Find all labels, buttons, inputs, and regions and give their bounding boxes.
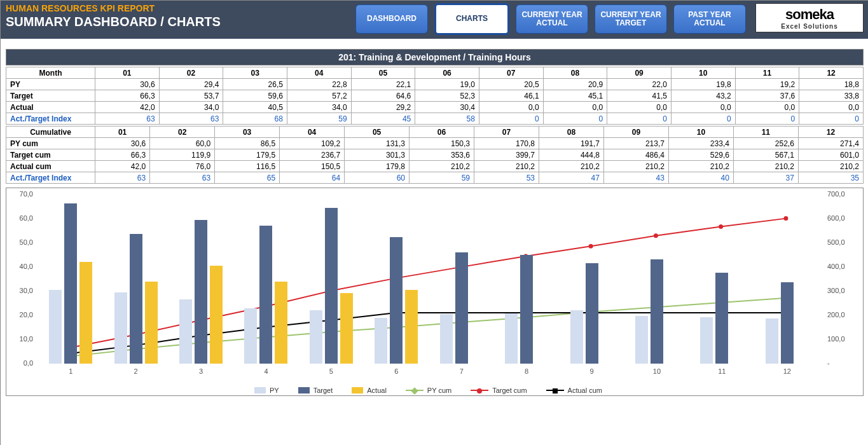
bar-ac — [405, 290, 418, 364]
report-title: HUMAN RESOURCES KPI REPORT — [6, 3, 349, 13]
bar-tg — [130, 234, 142, 364]
x-tick: 10 — [647, 367, 666, 375]
legend-target: Target — [298, 387, 333, 394]
nav-current-year-target[interactable]: CURRENT YEAR TARGET — [595, 4, 667, 34]
y-tick-left: 50,0 — [6, 238, 33, 246]
table-row: Actual cum42,076,0116,5150,5179,8210,221… — [6, 161, 864, 172]
bar-ac — [275, 282, 287, 364]
y-tick-right: 200,0 — [823, 311, 863, 318]
y-tick-right: 700,0 — [823, 190, 863, 198]
svg-point-22 — [719, 224, 723, 229]
bar-py — [635, 316, 648, 364]
nav-charts[interactable]: CHARTS — [434, 3, 509, 35]
logo-subtext: Excel Solutions — [781, 23, 837, 30]
nav-dashboard[interactable]: DASHBOARD — [355, 4, 428, 34]
chart-legend: PY Target Actual PY cum Target cum Actua… — [38, 387, 818, 394]
y-tick-right: 300,0 — [823, 287, 863, 294]
chart-container: 0,010,020,030,040,050,060,070,0 -100,020… — [6, 188, 864, 396]
y-tick-right: 600,0 — [823, 214, 863, 222]
y-tick-left: 60,0 — [6, 214, 33, 222]
bar-py — [49, 290, 62, 364]
y-tick-left: 20,0 — [6, 311, 33, 318]
bar-ac — [145, 282, 158, 364]
bar-tg — [520, 255, 533, 364]
title-block: HUMAN RESOURCES KPI REPORT SUMMARY DASHB… — [6, 3, 349, 29]
x-tick: 8 — [517, 367, 536, 375]
svg-point-20 — [589, 244, 593, 249]
table-row: Act./Target Index636368594558000000 — [6, 113, 864, 125]
table-row: Month010203040506070809101112 — [6, 67, 864, 79]
x-tick: 3 — [191, 367, 210, 375]
y-tick-left: 40,0 — [6, 263, 33, 270]
x-tick: 5 — [322, 367, 341, 375]
x-tick: 12 — [778, 367, 797, 375]
logo: someka Excel Solutions — [755, 3, 864, 32]
y-tick-right: 100,0 — [823, 335, 863, 343]
legend-actual-cum: Actual cum — [546, 387, 602, 394]
bar-py — [244, 308, 257, 364]
x-tick: 7 — [452, 367, 471, 375]
header-bar: HUMAN RESOURCES KPI REPORT SUMMARY DASHB… — [1, 1, 868, 39]
nav-buttons: DASHBOARD CHARTS CURRENT YEAR ACTUAL CUR… — [355, 3, 746, 35]
x-tick: 4 — [256, 367, 275, 375]
x-tick: 2 — [127, 367, 146, 375]
page-title: SUMMARY DASHBOARD / CHARTS — [6, 15, 349, 29]
table-row: Actual42,034,040,534,029,230,40,00,00,00… — [6, 102, 864, 113]
y-tick-right: 500,0 — [823, 238, 863, 246]
svg-point-23 — [783, 216, 788, 221]
nav-current-year-actual[interactable]: CURRENT YEAR ACTUAL — [516, 4, 588, 34]
line-PY cum — [71, 298, 786, 357]
bar-py — [310, 310, 322, 364]
table-row: PY30,629,426,522,822,119,020,520,922,019… — [6, 79, 864, 90]
bar-tg — [390, 237, 403, 364]
cumulative-table: Cumulative010203040506070809101112PY cum… — [6, 126, 864, 184]
legend-actual: Actual — [352, 387, 387, 394]
bar-py — [766, 318, 778, 364]
bar-tg — [455, 252, 468, 364]
svg-point-21 — [654, 233, 658, 238]
bar-py — [570, 310, 583, 364]
y-tick-left: 0,0 — [6, 359, 33, 367]
bar-ac — [79, 262, 92, 364]
table-row: Target cum66,3119,9179,5236,7301,3353,63… — [6, 149, 864, 161]
line-Actual cum — [71, 313, 786, 353]
y-tick-left: 10,0 — [6, 335, 33, 343]
legend-py-cum: PY cum — [406, 387, 451, 394]
x-tick: 1 — [61, 367, 80, 375]
bar-tg — [195, 220, 207, 364]
bar-py — [505, 313, 518, 364]
chart-plot-area — [38, 195, 818, 364]
y-tick-right: - — [823, 359, 863, 367]
bar-py — [700, 317, 713, 364]
bar-py — [375, 318, 387, 364]
bar-py — [114, 292, 127, 364]
table-row: PY cum30,660,086,5109,2131,3150,3170,819… — [6, 138, 864, 149]
bar-tg — [259, 226, 272, 364]
bar-tg — [64, 203, 77, 364]
table-row: Act./Target Index63636564605953474340373… — [6, 172, 864, 184]
bar-tg — [781, 282, 794, 364]
x-tick: 6 — [387, 367, 406, 375]
table-row: Cumulative010203040506070809101112 — [6, 127, 864, 138]
legend-py: PY — [254, 387, 279, 394]
bar-ac — [210, 266, 223, 364]
line-Target cum — [71, 219, 786, 348]
section-title: 201: Training & Development / Training H… — [6, 49, 864, 65]
x-tick: 11 — [712, 367, 731, 375]
bar-py — [440, 314, 453, 364]
table-row: Target66,353,759,657,264,652,346,145,141… — [6, 90, 864, 102]
y-tick-right: 400,0 — [823, 263, 863, 270]
bar-tg — [651, 259, 663, 364]
legend-target-cum: Target cum — [471, 387, 527, 394]
bar-tg — [715, 273, 728, 364]
x-tick: 9 — [582, 367, 602, 375]
y-tick-left: 70,0 — [6, 190, 33, 198]
logo-text: someka — [785, 6, 834, 23]
bar-tg — [325, 208, 338, 364]
bar-ac — [340, 293, 353, 364]
y-tick-left: 30,0 — [6, 287, 33, 294]
nav-past-year-actual[interactable]: PAST YEAR ACTUAL — [673, 4, 746, 34]
monthly-table: Month010203040506070809101112PY30,629,42… — [6, 67, 864, 125]
bar-py — [179, 299, 192, 364]
bar-tg — [586, 263, 598, 364]
